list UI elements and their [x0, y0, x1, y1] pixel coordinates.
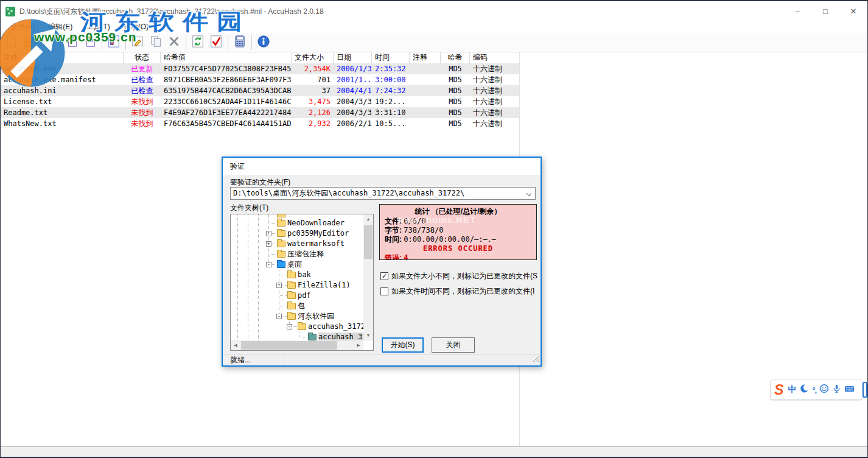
- expand-icon[interactable]: +: [276, 283, 282, 288]
- sogou-logo-icon[interactable]: S: [773, 381, 785, 399]
- language-mode-icon[interactable]: 中: [788, 384, 796, 395]
- tree-item[interactable]: -桌面: [231, 259, 363, 270]
- verify-dialog: 验证 要验证的文件夹(F) D:\tools\桌面\河东软件园\accuhash…: [222, 157, 542, 367]
- cell-comment: [410, 74, 441, 85]
- cell-comment: [410, 63, 441, 74]
- expand-icon[interactable]: +: [266, 231, 271, 236]
- tree-item-label: bak: [298, 270, 311, 280]
- table-row[interactable]: WhatsNew.txt未找到F76C63A5B457CBEDF4C614A41…: [1, 118, 520, 129]
- scrollbar-thumb[interactable]: [364, 225, 373, 259]
- minimize-button[interactable]: –: [783, 2, 811, 21]
- folder-icon: [308, 334, 317, 340]
- import-checksums-button[interactable]: [63, 34, 81, 51]
- resize-grip[interactable]: [533, 354, 540, 365]
- tree-horizontal-scrollbar[interactable]: ◀ ▶: [231, 340, 363, 350]
- tree-item[interactable]: +watermarksoft: [231, 239, 363, 249]
- checksum-options-button[interactable]: [105, 34, 123, 51]
- errors-count-line: 错误: 4: [380, 253, 536, 260]
- menu-item-tools[interactable]: 工具(T): [79, 21, 116, 33]
- menu-item-options[interactable]: 选项(O): [117, 21, 155, 33]
- stats-bytes-value: 738/738/0: [404, 226, 443, 234]
- scroll-up-icon[interactable]: ▲: [363, 214, 373, 224]
- stats-time-label: 时间:: [385, 235, 402, 244]
- column-header-algo[interactable]: 哈希: [441, 52, 470, 63]
- tree-item[interactable]: bak: [231, 270, 363, 280]
- scroll-right-icon[interactable]: ▶: [354, 340, 363, 350]
- keyboard-icon[interactable]: [844, 384, 855, 396]
- menu-item-file[interactable]: 文件(F): [4, 21, 41, 33]
- table-row[interactable]: accuhash.exe.manifest已检查8971CBEB0A53F2E8…: [1, 74, 520, 85]
- folder-tree-rows: NeoDownloader+pc0359MyEditor+watermarkso…: [231, 214, 363, 340]
- moon-icon[interactable]: [799, 384, 809, 396]
- tree-item[interactable]: 包: [231, 301, 363, 311]
- column-header-size[interactable]: 文件大小: [292, 52, 334, 63]
- tree-vertical-scrollbar[interactable]: ▲ ▼: [363, 214, 373, 340]
- expand-icon[interactable]: +: [266, 241, 271, 247]
- stats-time-line: 时间: 0:00.00/0:00.00/—:—.—: [380, 235, 536, 244]
- maximize-button[interactable]: □: [811, 2, 839, 21]
- edit-comment-button[interactable]: [128, 34, 147, 51]
- column-header-hash[interactable]: 哈希值: [161, 52, 292, 63]
- punctuation-icon[interactable]: °,: [812, 386, 816, 395]
- column-header-comment[interactable]: 注释: [410, 52, 441, 63]
- table-row[interactable]: Readme.txt未找到F4E9AF276D1F3EE77EA44222174…: [1, 107, 520, 118]
- tree-item[interactable]: pdf: [231, 291, 363, 301]
- table-row[interactable]: accuhash.exe已更新FD37557C4F5D77025C3808F23…: [1, 63, 520, 74]
- checkbox-unchecked-icon[interactable]: [380, 287, 388, 295]
- tree-item[interactable]: +pc0359MyEditor: [231, 228, 363, 239]
- tree-item[interactable]: +FileZilla(1): [231, 280, 363, 291]
- ime-edge-handle[interactable]: [863, 382, 867, 398]
- app-icon: [5, 7, 15, 16]
- save-checksum-file-button[interactable]: [39, 34, 57, 51]
- checkbox-checked-icon[interactable]: ✓: [380, 272, 388, 280]
- scroll-down-icon[interactable]: ▼: [363, 331, 373, 340]
- titlebar: D:\tools\桌面\河东软件园\accuhash_31722\accuhas…: [1, 2, 867, 21]
- recalculate-button[interactable]: [189, 34, 207, 51]
- toolbar: [1, 33, 867, 52]
- errors-label: 错误:: [385, 253, 402, 260]
- cell-comment: [410, 118, 441, 129]
- menu-item-help[interactable]: ?: [155, 21, 173, 33]
- collapse-icon[interactable]: -: [276, 314, 282, 319]
- folder-combobox[interactable]: D:\tools\桌面\河东软件园\accuhash_31722\accuhas…: [230, 187, 536, 200]
- column-header-time[interactable]: 时间: [372, 52, 410, 63]
- calculator-button[interactable]: [231, 34, 249, 51]
- mark-changed-by-size-checkbox[interactable]: ✓ 如果文件大小不同，则标记为已更改的文件(S: [380, 271, 540, 281]
- close-button[interactable]: ✕: [839, 2, 867, 21]
- cell-size: 37: [292, 85, 334, 96]
- start-button[interactable]: 开始(S): [382, 337, 424, 353]
- verify-button[interactable]: [207, 34, 225, 51]
- column-header-file[interactable]: 文件: [1, 52, 124, 63]
- menubar: 文件(F)编辑(E)工具(T)选项(O)?: [1, 21, 867, 33]
- smiley-icon[interactable]: [819, 384, 829, 396]
- tree-item[interactable]: 压缩包注释: [231, 249, 363, 259]
- microphone-icon[interactable]: [832, 384, 841, 396]
- mark-changed-by-time-checkbox[interactable]: 如果文件时间不同，则标记为已更改的文件(I: [380, 286, 540, 296]
- folder-combobox-value: D:\tools\桌面\河东软件园\accuhash_31722\accuhas…: [233, 189, 464, 197]
- about-button[interactable]: [254, 34, 273, 51]
- export-checksums-button[interactable]: [81, 34, 99, 51]
- collapse-icon[interactable]: -: [266, 262, 271, 267]
- tree-item[interactable]: -accuhash_31722: [231, 322, 363, 332]
- menu-item-edit[interactable]: 编辑(E): [41, 21, 79, 33]
- table-row[interactable]: License.txt未找到2233CC6610C52ADA4F1D11F461…: [1, 96, 520, 107]
- close-dialog-button[interactable]: 关闭: [432, 337, 475, 353]
- collapse-icon[interactable]: -: [287, 324, 292, 329]
- tree-item[interactable]: NeoDownloader: [231, 218, 363, 228]
- tree-item[interactable]: -河东软件园: [231, 311, 363, 322]
- copy-button[interactable]: [147, 34, 165, 51]
- chevron-down-icon[interactable]: [526, 191, 531, 196]
- cell-time: 19:2...: [372, 96, 410, 107]
- scrollbar-thumb[interactable]: [241, 341, 337, 350]
- column-header-status[interactable]: 状态: [124, 52, 161, 63]
- table-row[interactable]: accuhash.ini已检查6351975B447CACB2D6AC395A3…: [1, 85, 520, 96]
- delete-button[interactable]: [165, 34, 183, 51]
- new-checksum-file-button[interactable]: [2, 34, 21, 51]
- scroll-left-icon[interactable]: ◀: [231, 340, 240, 350]
- verify-check-icon: [209, 35, 223, 51]
- folder-icon: [277, 214, 285, 217]
- column-header-enc[interactable]: 编码: [470, 52, 520, 63]
- column-header-date[interactable]: 日期: [334, 52, 372, 63]
- tree-item[interactable]: accuhash_31...: [231, 332, 363, 340]
- open-checksum-file-button[interactable]: [21, 34, 39, 51]
